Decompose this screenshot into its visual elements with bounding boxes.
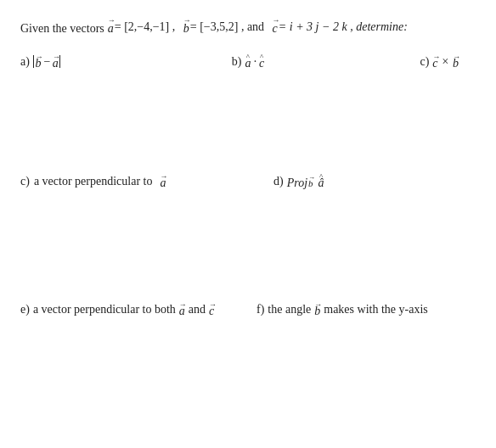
c2-text: a vector perpendicular to [34,175,153,188]
b-sub-arrow: → b [308,174,313,188]
proj-sub: → b [308,174,313,188]
spacer1 [178,20,181,37]
b-vec-f: → b [314,300,320,318]
header-prefix: Given the vectors [20,20,104,37]
abs-content: → b − → a [34,53,59,70]
part-c-main: c) a vector perpendicular to → a [20,172,248,190]
c2-label: c) [20,175,30,188]
b-top-arrow: → b [453,53,459,70]
spacer2 [267,20,270,37]
a-label: a) [20,55,30,69]
c-top-arrow: → c [432,53,437,70]
part-d: d) Proj → b ^ â [248,172,476,190]
c-vector: → c = i + 3 j − 2 k , determine: [273,15,408,37]
abs-expr: → b − → a [33,53,60,70]
b-expr: ^ a · ^ c [245,53,264,70]
b-arrow: → b [183,15,189,37]
header-line: Given the vectors → a = [2,−4,−1] , → b … [20,15,476,37]
c-val: = i + 3 j − 2 k , determine: [279,18,408,36]
a-vector: → a = [2,−4,−1] , [108,15,176,37]
a-vec-c: → a [160,172,166,190]
b-val: = [−3,5,2] , and [190,18,264,36]
a-in-expr: → a [53,53,59,70]
b-label: b) [232,55,242,69]
d-expr: Proj → b ^ â [287,172,324,190]
c-expr: → c × → b [432,53,459,70]
proj-text: Proj [287,176,307,190]
part-c-top: c) → c × → b [324,53,476,70]
part-f: f) the angle → b makes with the y-axis [248,300,476,318]
a-hat-d: ^ â [318,172,324,190]
part-e: e) a vector perpendicular to both → a an… [20,300,248,318]
e-and: and [189,303,206,316]
dot-symbol: · [253,55,256,69]
c-label: c) [420,55,429,69]
minus-sign: − [42,55,50,69]
c-arrow: → c [273,15,278,37]
cross-symbol: × [442,55,449,69]
d-label: d) [273,175,284,188]
a-arrow: → a [108,15,114,37]
c-vec-e: → c [209,300,214,318]
middle-problems-row: c) a vector perpendicular to → a d) Proj… [20,172,476,190]
e-text: a vector perpendicular to both [33,303,176,316]
f-label: f) [256,303,264,316]
b-in-expr: → b [35,53,41,70]
b-vector: → b = [−3,5,2] , and [183,15,264,37]
e-label: e) [20,303,30,316]
top-problems-row: a) → b − → a b) [20,53,476,70]
a-val: = [2,−4,−1] , [115,18,176,36]
bottom-problems-row: e) a vector perpendicular to both → a an… [20,300,476,318]
c-hat: ^ c [259,53,264,70]
f-text2: makes with the y-axis [324,303,427,316]
part-a: a) → b − → a [20,53,172,70]
f-text: the angle [268,303,311,316]
a-hat: ^ a [245,53,251,70]
part-b: b) ^ a · ^ c [172,53,324,70]
page: Given the vectors → a = [2,−4,−1] , → b … [0,0,496,448]
a-vec-e: → a [179,300,185,318]
